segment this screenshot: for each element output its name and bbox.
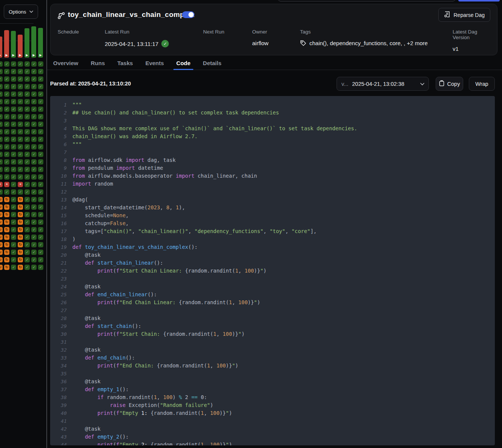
task-instance-success[interactable]: ✓ xyxy=(31,114,37,119)
task-instance-success[interactable]: ✓ xyxy=(18,159,23,165)
task-instance-success[interactable]: ✓ xyxy=(24,242,30,247)
task-instance-retry[interactable]: ↻ xyxy=(18,219,23,225)
task-instance-success[interactable]: ✓ xyxy=(31,257,37,262)
task-instance-retry[interactable]: ↻ xyxy=(0,265,3,270)
task-instance-success[interactable]: ✓ xyxy=(38,257,43,262)
task-instance-success[interactable]: ✓ xyxy=(18,152,23,157)
task-instance-success[interactable]: ✓ xyxy=(18,174,23,180)
task-instance-success[interactable]: ✓ xyxy=(18,122,23,127)
task-instance-failed[interactable]: ✕ xyxy=(4,182,9,187)
task-instance-success[interactable]: ✓ xyxy=(31,61,37,67)
task-instance-success[interactable]: ✓ xyxy=(4,107,9,112)
task-instance-failed[interactable]: ✕ xyxy=(0,182,3,187)
run-duration-bar[interactable]: ▶ xyxy=(0,37,2,58)
task-instance-success[interactable]: ✓ xyxy=(18,84,23,89)
task-instance-failed[interactable]: ✕ xyxy=(18,182,23,187)
task-instance-success[interactable]: ✓ xyxy=(11,227,16,232)
task-instance-success[interactable]: ✓ xyxy=(24,257,30,262)
task-instance-success[interactable]: ✓ xyxy=(38,197,43,202)
task-instance-success[interactable]: ✓ xyxy=(4,69,9,74)
task-instance-success[interactable]: ✓ xyxy=(31,242,37,247)
task-instance-success[interactable]: ✓ xyxy=(31,265,37,270)
task-instance-retry[interactable]: ↻ xyxy=(18,197,23,202)
task-instance-success[interactable]: ✓ xyxy=(0,152,3,157)
task-instance-retry[interactable]: ↻ xyxy=(4,250,9,255)
task-instance-success[interactable]: ✓ xyxy=(31,69,37,74)
task-instance-success[interactable]: ✓ xyxy=(18,61,23,67)
task-instance-success[interactable]: ✓ xyxy=(24,61,30,67)
task-instance-retry[interactable]: ↻ xyxy=(0,235,3,240)
task-instance-success[interactable]: ✓ xyxy=(18,69,23,74)
task-instance-success[interactable]: ✓ xyxy=(0,137,3,142)
run-play-icon[interactable]: ▶ xyxy=(11,53,16,57)
task-instance-success[interactable]: ✓ xyxy=(11,189,16,195)
task-instance-success[interactable]: ✓ xyxy=(31,76,37,82)
task-instance-success[interactable]: ✓ xyxy=(18,76,23,82)
run-duration-bar[interactable]: ▶ xyxy=(18,35,23,58)
task-instance-success[interactable]: ✓ xyxy=(31,204,37,210)
task-instance-success[interactable]: ✓ xyxy=(4,122,9,127)
task-instance-success[interactable]: ✓ xyxy=(4,84,9,89)
task-instance-success[interactable]: ✓ xyxy=(31,99,37,104)
task-instance-success[interactable]: ✓ xyxy=(24,69,30,74)
task-instance-success[interactable]: ✓ xyxy=(31,159,37,165)
task-instance-success[interactable]: ✓ xyxy=(11,174,16,180)
task-instance-success[interactable]: ✓ xyxy=(31,235,37,240)
task-instance-retry[interactable]: ↻ xyxy=(4,257,9,262)
task-instance-success[interactable]: ✓ xyxy=(38,137,43,142)
tab-overview[interactable]: Overview xyxy=(50,56,81,70)
task-instance-success[interactable]: ✓ xyxy=(18,114,23,119)
task-instance-retry[interactable]: ↻ xyxy=(4,242,9,247)
task-instance-success[interactable]: ✓ xyxy=(31,212,37,217)
task-instance-success[interactable]: ✓ xyxy=(18,91,23,97)
task-instance-success[interactable]: ✓ xyxy=(11,197,16,202)
task-instance-success[interactable]: ✓ xyxy=(38,129,43,134)
run-play-icon[interactable]: ▶ xyxy=(18,53,23,57)
task-instance-success[interactable]: ✓ xyxy=(11,129,16,134)
task-instance-retry[interactable]: ↻ xyxy=(0,212,3,217)
task-instance-success[interactable]: ✓ xyxy=(11,265,16,270)
task-instance-success[interactable]: ✓ xyxy=(24,250,30,255)
task-instance-success[interactable]: ✓ xyxy=(31,137,37,142)
task-instance-success[interactable]: ✓ xyxy=(38,204,43,210)
tab-tasks[interactable]: Tasks xyxy=(114,56,136,70)
task-instance-success[interactable]: ✓ xyxy=(4,129,9,134)
task-instance-success[interactable]: ✓ xyxy=(24,174,30,180)
task-instance-success[interactable]: ✓ xyxy=(4,167,9,172)
task-instance-success[interactable]: ✓ xyxy=(18,129,23,134)
task-instance-success[interactable]: ✓ xyxy=(38,76,43,82)
run-duration-bar[interactable]: ▶ xyxy=(11,31,16,58)
run-duration-bar[interactable]: ▶ xyxy=(31,26,36,58)
task-instance-retry[interactable]: ↻ xyxy=(0,219,3,225)
task-instance-success[interactable]: ✓ xyxy=(11,242,16,247)
task-instance-success[interactable]: ✓ xyxy=(0,69,3,74)
run-duration-bar[interactable]: ▶ xyxy=(38,28,43,58)
task-instance-success[interactable]: ✓ xyxy=(24,137,30,142)
task-instance-retry[interactable]: ↻ xyxy=(0,204,3,210)
run-duration-bar[interactable]: ▶ xyxy=(4,30,9,58)
task-instance-retry[interactable]: ↻ xyxy=(4,235,9,240)
dag-code-viewer[interactable]: 1"""2## Use chain() and chain_linear() t… xyxy=(50,96,495,445)
task-instance-retry[interactable]: ↻ xyxy=(4,219,9,225)
task-instance-success[interactable]: ✓ xyxy=(24,219,30,225)
task-instance-success[interactable]: ✓ xyxy=(38,159,43,165)
task-instance-success[interactable]: ✓ xyxy=(11,250,16,255)
task-instance-success[interactable]: ✓ xyxy=(31,144,37,149)
task-instance-success[interactable]: ✓ xyxy=(4,189,9,195)
task-instance-success[interactable]: ✓ xyxy=(11,235,16,240)
task-instance-success[interactable]: ✓ xyxy=(24,235,30,240)
task-instance-success[interactable]: ✓ xyxy=(24,152,30,157)
run-play-icon[interactable]: ▶ xyxy=(0,53,2,57)
task-instance-retry[interactable]: ↻ xyxy=(18,257,23,262)
run-play-icon[interactable]: ▶ xyxy=(24,53,29,57)
run-play-icon[interactable]: ▶ xyxy=(4,53,9,57)
task-instance-success[interactable]: ✓ xyxy=(11,257,16,262)
task-instance-success[interactable]: ✓ xyxy=(0,189,3,195)
task-instance-retry[interactable]: ↻ xyxy=(0,250,3,255)
task-instance-success[interactable]: ✓ xyxy=(31,122,37,127)
task-instance-success[interactable]: ✓ xyxy=(4,159,9,165)
task-instance-success[interactable]: ✓ xyxy=(11,84,16,89)
tab-events[interactable]: Events xyxy=(142,56,167,70)
task-instance-success[interactable]: ✓ xyxy=(24,197,30,202)
task-instance-success[interactable]: ✓ xyxy=(18,144,23,149)
